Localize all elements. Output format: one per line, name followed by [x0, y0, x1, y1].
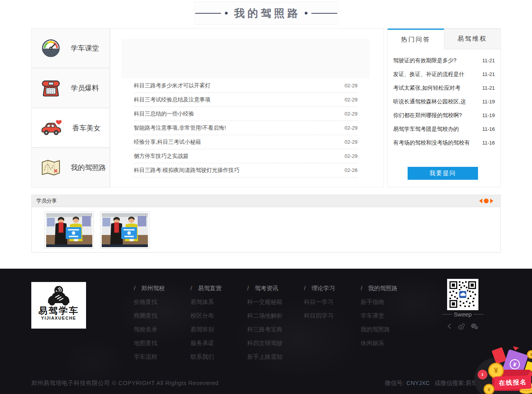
qa-row[interactable]: 易驾学车驾考团是驾校办的 11-16: [393, 122, 495, 136]
article-row[interactable]: 科目三路考多少米才可以开雾灯 02-29: [134, 79, 358, 93]
gold-coin-icon: ¥: [483, 384, 494, 394]
page-title: 我的驾照路: [232, 6, 301, 20]
footer-link[interactable]: 新手上路需知: [247, 350, 302, 363]
footer-column-links: 科目一学习科目四学习: [304, 295, 359, 322]
telephone-icon: [41, 78, 61, 98]
brand-car-icon: [45, 285, 73, 305]
tab-hot-questions[interactable]: 热门问答: [388, 29, 444, 49]
qa-date: 11-19: [482, 112, 495, 118]
footer-link[interactable]: 新手指南: [361, 295, 415, 309]
sidebar-item-label: 我的驾照路: [71, 163, 106, 172]
wechat-code: CNYJXC: [406, 380, 430, 386]
footer-link[interactable]: 易驾体系: [191, 295, 245, 309]
student-photo[interactable]: [100, 211, 149, 249]
footer-column-header[interactable]: /郑州驾校: [134, 281, 189, 295]
title-line-left: [195, 13, 221, 14]
carousel-prev-icon[interactable]: [479, 199, 482, 203]
wechat-info: 微信号:CNYJXC或微信搜索:易驾学车: [385, 380, 489, 387]
footer-link[interactable]: 价格查找: [134, 295, 189, 309]
student-share-section: 学员分享: [31, 195, 501, 253]
footer-link[interactable]: 学车流程: [134, 350, 189, 363]
yuan-symbol: ¥: [509, 358, 521, 371]
article-row[interactable]: 科目三考试经验总结及注意事项 02-29: [134, 93, 358, 107]
footer-column-links: 新手指南学车课堂我的驾照路休闲娱乐: [361, 295, 415, 350]
qa-title: 驾驶证的有效期限是多少?: [393, 57, 478, 64]
student-photo[interactable]: [45, 211, 94, 249]
footer-column-links: 科一交规秘籍科二场地解析科三路考宝典科四文明驾驶新手上路需知: [247, 295, 302, 363]
sidebar-item-xueyuan-baoliao[interactable]: 学员爆料: [31, 68, 110, 108]
footer-link[interactable]: 服务承诺: [191, 336, 245, 350]
qa-date: 11-21: [482, 85, 495, 91]
qa-row[interactable]: 驾驶证的有效期限是多少? 11-21: [393, 54, 495, 67]
sweep-text: Sweep: [454, 311, 472, 318]
sweep-caption: Sweep: [439, 311, 486, 318]
qa-date: 11-19: [482, 99, 495, 105]
tab-rights-protection[interactable]: 易驾维权: [444, 29, 501, 49]
footer-link[interactable]: 休闲娱乐: [361, 336, 415, 350]
footer-link[interactable]: 科目四学习: [304, 309, 359, 322]
footer-bottom-bar: 郑州易驾培电子科技有限公司 © COPYRIGHT All Righgts Re…: [31, 375, 501, 391]
online-signup-button[interactable]: 在线报名: [494, 375, 531, 390]
footer-column-header[interactable]: /我的驾照路: [361, 281, 415, 295]
sweep-line-left: [442, 314, 452, 314]
carousel-dot[interactable]: [484, 199, 489, 203]
article-list: 科目三路考多少米才可以开雾灯 02-29 科目三考试经验总结及注意事项 02-2…: [134, 79, 358, 177]
sidebar-item-label: 学员爆料: [71, 83, 99, 93]
student-photo-image: [102, 213, 148, 247]
qa-row[interactable]: 有考场的驾校和没考场的驾校有 11-16: [393, 136, 495, 150]
footer-column: /我的驾照路 新手指南学车课堂我的驾照路休闲娱乐: [361, 281, 415, 350]
footer-link[interactable]: 联系我们: [191, 350, 245, 363]
qa-title: 你们都在郑州哪报的驾校啊?: [393, 112, 478, 119]
carousel-controls: [479, 199, 496, 203]
footer-column: /驾考资讯 科一交规秘籍科二场地解析科三路考宝典科四文明驾驶新手上路需知: [247, 281, 302, 363]
footer-link[interactable]: 我的驾照路: [361, 322, 415, 336]
footer-column-header[interactable]: /易驾直营: [191, 281, 245, 295]
article-row[interactable]: 科目三总结的一些小经验 02-29: [134, 107, 358, 121]
footer-link[interactable]: 驾校名录: [134, 322, 189, 336]
qa-row[interactable]: 考试太紧张,如何轻松应对考 11-21: [393, 81, 495, 95]
footer-link[interactable]: 商圈查找: [134, 309, 189, 322]
footer-link[interactable]: 学车课堂: [361, 309, 415, 322]
footer-link[interactable]: 地图查找: [134, 336, 189, 350]
qr-code-image: [449, 280, 477, 309]
qa-title: 易驾学车驾考团是驾校办的: [393, 126, 478, 133]
footer-link[interactable]: 科四文明驾驶: [247, 336, 302, 350]
footer-link[interactable]: 科三路考宝典: [247, 322, 302, 336]
car-heart-icon: [41, 119, 62, 137]
sweep-line-right: [473, 314, 483, 314]
article-date: 02-29: [345, 83, 358, 89]
collapse-arrow-button[interactable]: ‹: [478, 370, 487, 380]
footer-column-header[interactable]: /驾考资讯: [247, 281, 302, 295]
carousel-next-icon[interactable]: [490, 199, 493, 203]
article-date: 02-29: [345, 139, 358, 145]
footer-column-header[interactable]: /理论学习: [304, 281, 359, 295]
article-row[interactable]: 智能路考注意事项,非常管用!不看后悔! 02-29: [134, 121, 358, 135]
footer-link[interactable]: 校区分布: [191, 309, 245, 322]
footer-column: /郑州驾校 价格查找商圈查找驾校名录地图查找学车流程: [134, 281, 189, 363]
ask-question-button[interactable]: 我要提问: [408, 167, 478, 180]
article-row[interactable]: 科目三路考:模拟夜间道路驾驶灯光操作技巧 02-26: [134, 163, 358, 177]
qa-row[interactable]: 发证、换证、补证的流程是什 11-21: [393, 67, 495, 81]
wechat-icon[interactable]: [471, 323, 478, 330]
title-line-right: [311, 13, 337, 14]
footer-link[interactable]: 科目一学习: [304, 295, 359, 309]
article-title: 科目三总结的一些小经验: [134, 110, 340, 117]
sidebar-item-xiangche-meinv[interactable]: 香车美女: [31, 108, 110, 148]
share-icon[interactable]: [446, 323, 453, 329]
weibo-icon[interactable]: [458, 323, 466, 330]
footer-column-links: 易驾体系校区分布易驾班别服务承诺联系我们: [191, 295, 245, 363]
footer-link[interactable]: 科二场地解析: [247, 309, 302, 322]
sidebar-item-xueche-ketang[interactable]: 学车课堂: [31, 28, 110, 68]
qa-row[interactable]: 你们都在郑州哪报的驾校啊? 11-19: [393, 108, 495, 122]
page-title-banner: 我的驾照路: [194, 2, 338, 25]
sidebar-item-wode-jiazhaolu[interactable]: 我的驾照路: [31, 148, 110, 188]
footer-link[interactable]: 易驾班别: [191, 322, 245, 336]
qr-code: [447, 279, 478, 310]
map-route-icon: [41, 159, 61, 177]
article-row[interactable]: 侧方停车技巧之实战篇 02-29: [134, 149, 358, 163]
slash-decorator: /: [134, 285, 135, 291]
footer-link[interactable]: 科一交规秘籍: [247, 295, 302, 309]
article-row[interactable]: 经验分享,科目三考试小秘籍 02-29: [134, 135, 358, 149]
article-date: 02-29: [345, 153, 358, 159]
qa-row[interactable]: 听说长通驾校森林公园校区,这 11-19: [393, 95, 495, 108]
